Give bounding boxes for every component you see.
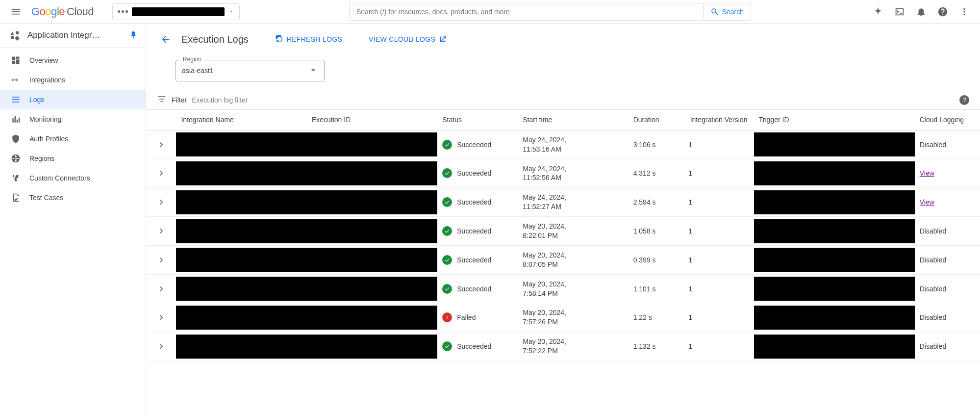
sidebar-item-logs[interactable]: Logs: [0, 90, 146, 109]
col-start-time[interactable]: Start time: [518, 110, 628, 130]
table-row: SucceededMay 20, 2024,7:52:22 PM1.132 s1…: [146, 332, 980, 361]
col-execution-id[interactable]: Execution ID: [307, 110, 437, 130]
filter-help-button[interactable]: ?: [959, 95, 969, 105]
cloud-logging-view-link[interactable]: View: [920, 169, 934, 177]
search-button[interactable]: Search: [703, 3, 751, 20]
start-time: May 24, 2024,11:53:16 AM: [523, 135, 623, 154]
refresh-logs-button[interactable]: REFRESH LOGS: [275, 35, 342, 44]
cloud-shell-button[interactable]: [890, 2, 909, 22]
bell-icon: [916, 6, 927, 17]
sidebar-item-regions[interactable]: Regions: [0, 149, 146, 168]
notifications-button[interactable]: [911, 2, 931, 22]
sidebar-item-label: Integrations: [29, 76, 65, 84]
pin-icon: [129, 30, 138, 39]
integration-name-redacted: [176, 161, 306, 185]
trigger-id-redacted: [754, 190, 915, 214]
expand-row-button[interactable]: [154, 310, 168, 324]
expand-row-button[interactable]: [154, 195, 168, 209]
trigger-id-redacted: [754, 132, 915, 156]
body-wrap: Application Integr… OverviewIntegrations…: [0, 24, 980, 414]
arrow-back-icon: [160, 34, 171, 45]
version-value: 1: [688, 285, 692, 293]
integration-name-redacted: [176, 277, 306, 301]
col-integration-name[interactable]: Integration Name: [176, 110, 306, 130]
start-time: May 20, 2024,7:57:26 PM: [523, 308, 623, 327]
integration-name-redacted: [176, 219, 306, 243]
menu-button[interactable]: [6, 2, 25, 22]
caret-down-icon: [308, 65, 318, 75]
start-time: May 20, 2024,7:58:14 PM: [523, 280, 623, 298]
status-text: Succeeded: [457, 285, 491, 293]
version-value: 1: [688, 169, 692, 177]
chevron-right-icon: [156, 341, 166, 351]
search-input[interactable]: [350, 3, 703, 20]
check-circle-icon: [442, 284, 452, 294]
sidebar-title: Application Integr…: [27, 30, 122, 40]
status-cell: Succeeded: [442, 341, 513, 351]
col-cloud-logging[interactable]: Cloud Logging: [915, 110, 980, 130]
col-trigger-id[interactable]: Trigger ID: [754, 110, 915, 130]
start-time: May 20, 2024,8:07:05 PM: [523, 251, 623, 269]
sidebar-item-label: Auth Profiles: [29, 135, 68, 143]
view-cloud-logs-label: VIEW CLOUD LOGS: [369, 35, 435, 43]
expand-row-button[interactable]: [154, 282, 168, 296]
expand-row-button[interactable]: [154, 253, 168, 267]
back-button[interactable]: [157, 30, 175, 48]
gemini-button[interactable]: [868, 2, 888, 22]
project-selector[interactable]: [112, 3, 240, 20]
chevron-right-icon: [156, 312, 166, 322]
chevron-right-icon: [156, 140, 166, 150]
table-row: SucceededMay 24, 2024,11:52:56 AM4.312 s…: [146, 159, 980, 188]
logo-cloud-text: Cloud: [67, 5, 94, 18]
cloud-logging-view-link[interactable]: View: [920, 198, 934, 206]
caret-down-icon: [228, 8, 234, 16]
integration-name-redacted: [176, 306, 306, 330]
table-header: Integration Name Execution ID Status Sta…: [146, 110, 980, 130]
hamburger-icon: [10, 6, 21, 17]
integration-name-redacted: [176, 190, 306, 214]
col-status[interactable]: Status: [437, 110, 518, 130]
sidebar-item-overview[interactable]: Overview: [0, 51, 146, 70]
trigger-id-redacted: [754, 335, 915, 359]
col-integration-version[interactable]: Integration Version: [683, 110, 754, 130]
filter-icon: [157, 94, 167, 104]
google-cloud-logo[interactable]: Google Cloud: [31, 5, 94, 18]
status-cell: Succeeded: [442, 255, 513, 265]
expand-row-button[interactable]: [154, 339, 168, 353]
main-content: Execution Logs REFRESH LOGS VIEW CLOUD L…: [146, 24, 980, 414]
expand-row-button[interactable]: [154, 166, 168, 180]
view-cloud-logs-button[interactable]: VIEW CLOUD LOGS: [369, 35, 447, 44]
execution-id-redacted: [307, 161, 437, 185]
status-text: Succeeded: [457, 169, 491, 177]
more-button[interactable]: [955, 2, 974, 22]
sidebar-item-auth-profiles[interactable]: Auth Profiles: [0, 129, 146, 149]
chart-icon: [11, 114, 21, 124]
check-circle-icon: [442, 140, 452, 150]
table-row: SucceededMay 20, 2024,8:07:05 PM0.399 s1…: [146, 245, 980, 274]
table-row: SucceededMay 24, 2024,11:53:16 AM3.106 s…: [146, 130, 980, 159]
duration-value: 1.058 s: [633, 227, 656, 235]
sidebar-item-label: Custom Connectors: [29, 174, 90, 182]
refresh-logs-label: REFRESH LOGS: [287, 35, 342, 43]
filter-row[interactable]: Filter Execution log filter ?: [146, 90, 980, 110]
sidebar-item-integrations[interactable]: Integrations: [0, 70, 146, 90]
sidebar-item-test-cases[interactable]: Test Cases: [0, 188, 146, 207]
status-cell: Succeeded: [442, 168, 513, 178]
sidebar-item-custom-connectors[interactable]: Custom Connectors: [0, 168, 146, 188]
region-select[interactable]: Region asia-east1: [176, 60, 325, 81]
execution-id-redacted: [307, 248, 437, 272]
expand-row-button[interactable]: [154, 224, 168, 238]
pin-button[interactable]: [129, 30, 138, 41]
cloud-logging-value: Disabled: [920, 141, 946, 149]
sidebar-item-label: Overview: [29, 56, 58, 64]
help-button[interactable]: [933, 2, 953, 22]
search-wrap: Search: [244, 3, 856, 21]
start-time: May 24, 2024,11:52:27 AM: [523, 193, 623, 211]
expand-row-button[interactable]: [154, 138, 168, 152]
col-duration[interactable]: Duration: [628, 110, 684, 130]
execution-id-redacted: [307, 335, 437, 359]
execution-id-redacted: [307, 219, 437, 243]
trigger-id-redacted: [754, 161, 915, 185]
sidebar-item-monitoring[interactable]: Monitoring: [0, 109, 146, 129]
duration-value: 4.312 s: [633, 169, 656, 177]
